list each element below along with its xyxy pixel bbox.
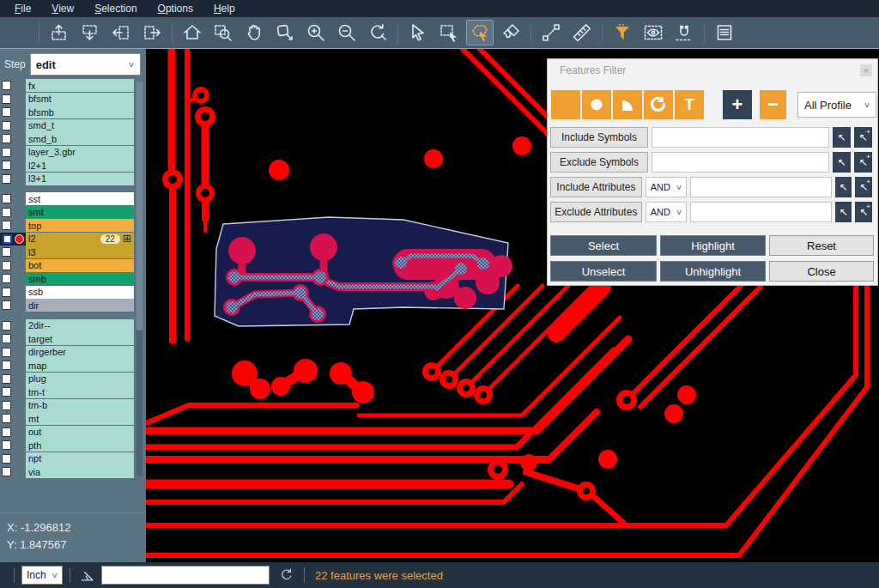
select-button[interactable]: Select [550,235,657,256]
layer-checkbox-zone[interactable] [0,79,26,92]
layer-row-smd_t[interactable]: smd_t [0,119,146,132]
pick-add-symbol-button[interactable]: ↖+ [854,127,872,148]
menu-view[interactable]: View [42,2,83,15]
layer-color-bar[interactable]: bot [26,259,134,272]
layer-color-bar[interactable]: via [26,465,134,478]
layer-row-l3[interactable]: l3 [0,246,146,258]
layer-color-bar[interactable]: plug [26,373,134,385]
include-attributes-operator-select[interactable]: AND ∨ [646,177,687,197]
unselect-button[interactable]: Unselect [550,261,657,282]
layer-row-ssb[interactable]: ssb [0,286,146,299]
layer-color-bar[interactable]: dir [26,299,134,312]
filter-add-button[interactable]: + [723,90,752,119]
layer-checkbox[interactable] [2,107,11,117]
layer-checkbox[interactable] [2,221,11,230]
layer-checkbox[interactable] [2,467,11,476]
layer-row-tm-b[interactable]: tm-b [0,399,146,412]
layer-checkbox[interactable] [2,274,11,283]
layer-color-bar[interactable]: pth [26,439,134,452]
layer-checkbox-zone[interactable] [0,385,26,398]
layer-row-plug[interactable]: plug [0,373,146,385]
dialog-titlebar[interactable]: Features Filter × [548,59,877,82]
layer-checkbox-zone[interactable] [0,106,26,118]
layer-checkbox-zone[interactable] [0,173,26,185]
layer-checkbox-zone[interactable] [0,246,26,258]
filter-arc-button[interactable] [644,90,673,119]
menu-help[interactable]: Help [204,2,245,15]
select-arrow-button[interactable] [404,20,432,45]
select-rectangle-button[interactable] [435,20,463,45]
layer-row-l3+1[interactable]: l3+1 [0,173,146,185]
open-file-button[interactable] [5,20,33,45]
layer-checkbox[interactable] [2,208,11,217]
layer-checkbox-zone[interactable] [0,359,26,372]
layer-color-bar[interactable]: tm-b [26,399,134,412]
zoom-in-button[interactable] [302,20,330,45]
layer-checkbox-zone[interactable] [0,332,26,345]
layer-color-bar[interactable]: dirgerber [26,346,134,359]
layer-row-l2+1[interactable]: l2+1 [0,159,146,172]
layer-checkbox-zone[interactable] [0,219,26,232]
layer-checkbox[interactable] [2,348,11,357]
layer-checkbox-zone[interactable] [0,159,26,172]
refresh-icon[interactable] [276,565,297,585]
layer-checkbox-zone[interactable] [0,452,26,465]
layer-row-map[interactable]: map [0,359,146,372]
layer-row-fx[interactable]: fx [0,79,146,92]
layer-checkbox[interactable] [2,454,11,464]
layer-row-smb[interactable]: smb [0,272,146,285]
exclude-attributes-input[interactable] [690,202,832,222]
filter-remove-button[interactable]: − [760,90,786,119]
reset-button[interactable]: Reset [769,235,874,256]
pick-add-attribute-button[interactable]: ↖+ [855,177,872,197]
home-view-button[interactable] [179,20,206,45]
layer-color-bar[interactable]: bfsmt [26,93,134,106]
layer-color-bar[interactable]: map [26,359,134,372]
exclude-symbols-button[interactable]: Exclude Symbols [550,152,648,173]
snap-magnet-button[interactable] [670,20,698,45]
layer-color-bar[interactable]: 2dir-- [26,319,134,332]
layer-row-dirgerber[interactable]: dirgerber [0,346,146,359]
layer-checkbox[interactable] [2,134,11,143]
layer-checkbox[interactable] [2,387,11,397]
include-attributes-input[interactable] [690,177,832,197]
layer-color-bar[interactable]: npt [26,452,134,465]
features-filter-button[interactable] [609,20,636,45]
pick-symbol-button[interactable]: ↖ [833,127,851,148]
layer-color-bar[interactable]: smt [26,206,134,219]
layer-row-bfsmt[interactable]: bfsmt [0,93,146,106]
layer-color-bar[interactable]: l3 [26,246,134,258]
layer-color-bar[interactable]: l3+1 [26,173,134,185]
layer-color-bar[interactable]: top [26,219,134,232]
layer-checkbox-zone[interactable] [0,373,26,385]
layer-checkbox-zone[interactable] [0,399,26,412]
layer-color-bar[interactable]: mt [26,412,134,425]
layer-row-smt[interactable]: smt [0,206,146,219]
layer-checkbox[interactable] [2,161,11,170]
layer-color-bar[interactable]: sst [26,192,134,205]
layer-checkbox-zone[interactable] [0,465,26,478]
layer-color-bar[interactable]: target [26,332,134,345]
shift-left-button[interactable] [107,20,135,45]
layer-checkbox[interactable] [2,288,11,297]
close-button[interactable]: Close [769,261,874,282]
layer-checkbox-zone[interactable] [0,146,26,159]
layer-row-tm-t[interactable]: tm-t [0,385,146,398]
layer-checkbox-zone[interactable] [0,272,26,285]
select-polygon-button[interactable] [466,20,494,45]
menu-selection[interactable]: Selection [85,2,146,15]
layer-checkbox-zone[interactable] [0,319,26,332]
layer-color-bar[interactable]: bfsmb [26,106,134,118]
layer-row-top[interactable]: top [0,219,146,232]
pick-attribute-button[interactable]: ↖ [835,177,852,197]
layer-color-bar[interactable]: smb [26,272,134,285]
pan-hand-button[interactable] [240,20,268,45]
layer-checkbox[interactable] [2,81,11,90]
layer-checkbox[interactable] [2,94,11,104]
command-input[interactable] [101,566,270,585]
dialog-close-button[interactable]: × [860,64,872,76]
layer-checkbox[interactable] [2,261,11,270]
filter-surface-button[interactable] [613,90,642,119]
layer-row-npt[interactable]: npt [0,452,146,465]
layer-color-bar[interactable]: out [26,426,134,439]
